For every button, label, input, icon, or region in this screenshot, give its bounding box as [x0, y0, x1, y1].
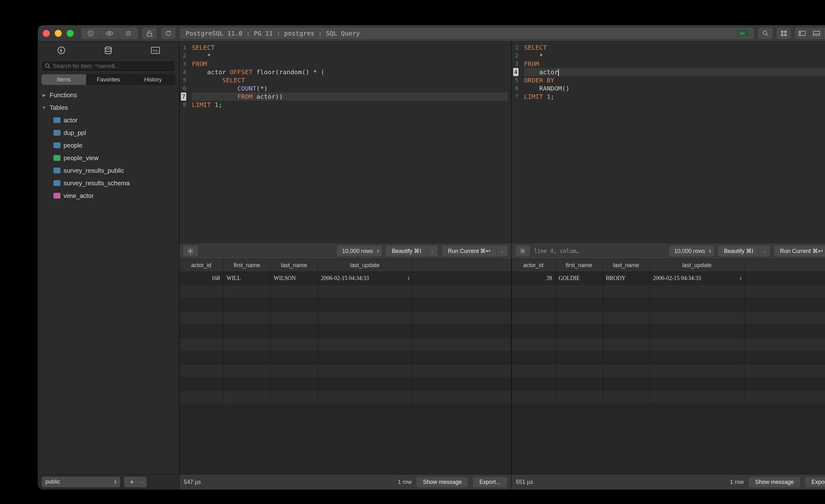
- cell: [650, 377, 744, 390]
- table-row-actor[interactable]: actor: [38, 114, 179, 127]
- show-message-button[interactable]: Show message: [749, 477, 800, 487]
- col-header[interactable]: last_update: [650, 259, 744, 272]
- table-row[interactable]: [179, 391, 511, 404]
- cell: GOLDIE: [556, 272, 603, 285]
- search-button[interactable]: [758, 28, 773, 39]
- bolt-icon[interactable]: [55, 44, 68, 57]
- table-row[interactable]: [179, 377, 511, 391]
- seg-items[interactable]: Items: [42, 74, 86, 85]
- col-header[interactable]: first_name: [223, 259, 271, 272]
- beautify-button[interactable]: Beautify ⌘I⌄: [386, 246, 438, 257]
- stop-button[interactable]: [81, 28, 100, 39]
- table-row[interactable]: [512, 285, 825, 298]
- col-header[interactable]: last_name: [603, 259, 650, 272]
- table-row[interactable]: [179, 285, 511, 298]
- col-header[interactable]: last_name: [271, 259, 318, 272]
- stepper-icon[interactable]: ▲▼: [739, 276, 742, 281]
- reload-button[interactable]: [161, 28, 175, 39]
- table-icon: [54, 180, 60, 186]
- col-header[interactable]: actor_id: [512, 259, 556, 272]
- cell: [650, 364, 744, 377]
- table-row[interactable]: [512, 351, 825, 364]
- run-button[interactable]: Run Current ⌘↩⌄: [442, 246, 507, 257]
- sql-editor[interactable]: SELECT *FROM actor OFFSET floor(random()…: [189, 42, 511, 243]
- gear-button[interactable]: [183, 246, 198, 257]
- maximize-icon[interactable]: [67, 30, 74, 37]
- col-header[interactable]: first_name: [556, 259, 603, 272]
- cell: [179, 351, 223, 364]
- layout-right-icon[interactable]: [824, 28, 825, 39]
- list-button[interactable]: [119, 28, 138, 39]
- table-row[interactable]: [512, 338, 825, 351]
- table-row[interactable]: [179, 338, 511, 351]
- mat-icon: [54, 155, 60, 161]
- svg-point-20: [105, 47, 112, 49]
- rows-select[interactable]: 10,000 rows▲▼: [669, 246, 714, 257]
- close-icon[interactable]: [43, 30, 50, 37]
- cell: [271, 298, 318, 311]
- table-row[interactable]: [512, 298, 825, 311]
- chevron-down-icon[interactable]: ⌄: [759, 246, 770, 257]
- table-row[interactable]: [179, 351, 511, 364]
- table-row[interactable]: [179, 325, 511, 338]
- cell: [179, 311, 223, 325]
- tree-functions[interactable]: ▶ Functions: [38, 89, 179, 101]
- seg-history[interactable]: History: [131, 74, 175, 85]
- grid-button[interactable]: [776, 28, 791, 39]
- layout-left-icon[interactable]: [795, 28, 809, 39]
- table-row[interactable]: [179, 298, 511, 311]
- query-toolbar: line 4, colum… 10,000 rows▲▼ Beautify ⌘I…: [512, 243, 825, 259]
- run-button[interactable]: Run Current ⌘↩⌄: [774, 246, 825, 257]
- table-row[interactable]: [512, 391, 825, 404]
- table-row[interactable]: [512, 311, 825, 325]
- sql-icon[interactable]: SQL: [149, 44, 162, 57]
- tree-tables[interactable]: ▼ Tables: [38, 101, 179, 114]
- database-icon[interactable]: [102, 44, 115, 57]
- table-row[interactable]: [512, 364, 825, 377]
- table-row[interactable]: [179, 364, 511, 377]
- add-menu-chevron[interactable]: ⌄: [137, 477, 147, 487]
- chevron-right-icon: ▶: [42, 92, 47, 97]
- beautify-button[interactable]: Beautify ⌘I⌄: [718, 246, 770, 257]
- rows-select[interactable]: 10,000 rows▲▼: [337, 246, 382, 257]
- chevron-down-icon[interactable]: ⌄: [427, 246, 438, 257]
- layout-bottom-icon[interactable]: [809, 28, 824, 39]
- table-row-view_actor[interactable]: view_actor: [38, 190, 179, 202]
- table-row-people_view[interactable]: people_view: [38, 152, 179, 164]
- cell: [650, 285, 744, 298]
- gear-button[interactable]: [515, 246, 530, 257]
- export-button[interactable]: Export...: [805, 477, 825, 487]
- table-row-survey_results_schema[interactable]: survey_results_schema: [38, 177, 179, 190]
- minimize-icon[interactable]: [55, 30, 62, 37]
- cell: [318, 338, 412, 351]
- col-header[interactable]: actor_id: [179, 259, 223, 272]
- cell: 2006-02-15 04:34:33▲▼: [318, 272, 412, 285]
- show-message-button[interactable]: Show message: [417, 477, 468, 487]
- sql-editor[interactable]: SELECT *FROM actorORDER BY RANDOM()LIMIT…: [521, 42, 825, 243]
- search-input[interactable]: [53, 63, 172, 70]
- table-row-survey_results_public[interactable]: survey_results_public: [38, 164, 179, 177]
- table-row[interactable]: [512, 325, 825, 338]
- cell: [223, 364, 271, 377]
- col-header[interactable]: last_update: [318, 259, 412, 272]
- sidebar-search[interactable]: [42, 60, 175, 72]
- gutter: 12345678: [179, 42, 189, 243]
- eye-button[interactable]: [100, 28, 119, 39]
- cell: [650, 338, 744, 351]
- stepper-icon: ▲▼: [114, 480, 117, 485]
- chevron-down-icon[interactable]: ⌄: [497, 246, 508, 257]
- table-row-dup_ppl[interactable]: dup_ppl: [38, 127, 179, 139]
- table-row[interactable]: 168WILLWILSON2006-02-15 04:34:33▲▼: [179, 272, 511, 285]
- status-bar: 551 µs 1 row Show message Export...: [512, 475, 825, 490]
- seg-favorites[interactable]: Favorites: [86, 74, 131, 85]
- export-button[interactable]: Export...: [473, 477, 507, 487]
- table-row[interactable]: [512, 377, 825, 391]
- table-row-people[interactable]: people: [38, 139, 179, 152]
- stepper-icon[interactable]: ▲▼: [407, 276, 410, 281]
- table-row[interactable]: [179, 311, 511, 325]
- lock-button[interactable]: [142, 28, 157, 39]
- cell: [603, 377, 650, 390]
- table-row[interactable]: 39GOLDIEBRODY2006-02-15 04:34:33▲▼: [512, 272, 825, 285]
- schema-select[interactable]: public ▲▼: [42, 477, 120, 487]
- tree: ▶ Functions ▼ Tables actordup_pplpeoplep…: [38, 87, 179, 474]
